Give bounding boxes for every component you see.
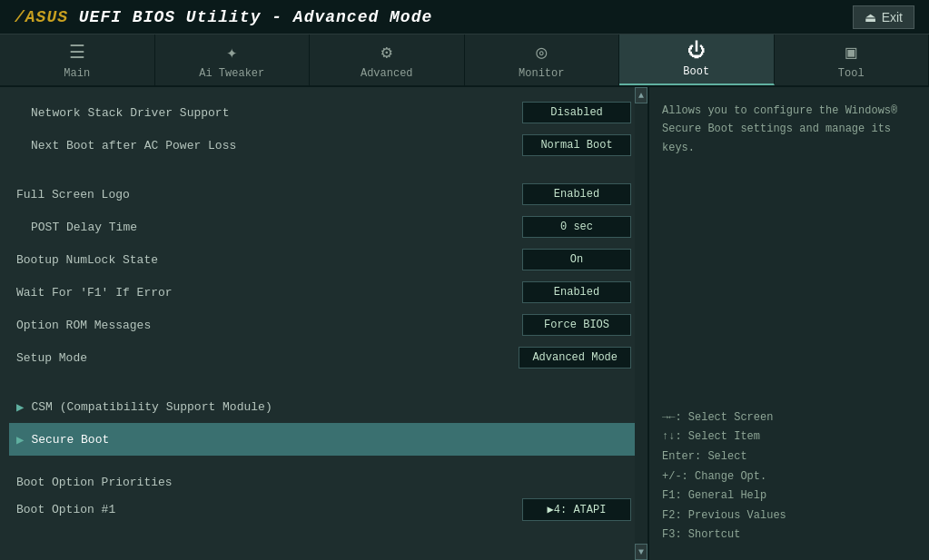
post-delay-label: POST Delay Time [31, 221, 137, 234]
full-screen-logo-label: Full Screen Logo [16, 188, 130, 201]
option-rom-label: Option ROM Messages [16, 319, 151, 332]
header-left: /ASUS UEFI BIOS Utility - Advanced Mode [15, 8, 432, 26]
right-panel: Allows you to configure the Windows® Sec… [647, 87, 929, 560]
nav-tabs: ☰ Main ✦ Ai Tweaker ⚙ Advanced ◎ Monitor… [0, 34, 929, 87]
left-panel: Network Stack Driver Support Disabled Ne… [0, 87, 647, 560]
header: /ASUS UEFI BIOS Utility - Advanced Mode … [0, 0, 929, 34]
monitor-icon: ◎ [536, 41, 547, 64]
divider-2 [9, 374, 638, 390]
content-area: Network Stack Driver Support Disabled Ne… [0, 87, 929, 560]
tool-icon: ▣ [845, 41, 856, 64]
scrollbar-up-button[interactable]: ▲ [635, 87, 647, 103]
tab-monitor[interactable]: ◎ Monitor [465, 34, 620, 85]
setting-row-boot-option1[interactable]: Boot Option #1 ▶4: ATAPI [9, 493, 638, 526]
divider-1 [9, 162, 638, 178]
secure-boot-label: Secure Boot [31, 433, 109, 447]
asus-logo: /ASUS UEFI BIOS Utility - Advanced Mode [15, 8, 432, 26]
settings-list: Network Stack Driver Support Disabled Ne… [0, 96, 647, 526]
setting-row-post-delay[interactable]: POST Delay Time 0 sec [9, 211, 638, 243]
scrollbar-track: ▲ ▼ [635, 87, 647, 560]
tab-advanced[interactable]: ⚙ Advanced [310, 34, 465, 85]
key-hints: →←: Select Screen ↑↓: Select Item Enter:… [662, 408, 916, 545]
secure-boot-arrow-icon: ▶ [16, 432, 24, 447]
setup-mode-label: Setup Mode [16, 351, 87, 365]
csm-submenu[interactable]: ▶ CSM (Compatibility Support Module) [9, 390, 638, 423]
hint-select-screen: →←: Select Screen [662, 408, 916, 428]
setting-row-numlock[interactable]: Bootup NumLock State On [9, 243, 638, 276]
scrollbar-down-button[interactable]: ▼ [635, 544, 647, 560]
main-icon: ☰ [69, 41, 85, 64]
secure-boot-submenu[interactable]: ▶ Secure Boot [9, 423, 638, 456]
ai-tweaker-icon: ✦ [226, 41, 237, 64]
boot-option1-label: Boot Option #1 [16, 503, 115, 516]
hint-f1: F1: General Help [662, 486, 916, 506]
scrollbar-thumb[interactable] [635, 103, 647, 544]
next-boot-value: Normal Boot [522, 134, 631, 156]
boot-icon: ⏻ [687, 40, 706, 62]
setting-row-network-stack[interactable]: Network Stack Driver Support Disabled [9, 96, 638, 129]
boot-option1-value: ▶4: ATAPI [522, 498, 631, 521]
option-rom-value: Force BIOS [522, 314, 631, 336]
tab-advanced-label: Advanced [361, 67, 413, 80]
network-stack-value: Disabled [522, 102, 631, 123]
divider-3 [9, 456, 638, 472]
wait-f1-label: Wait For 'F1' If Error [16, 286, 173, 300]
help-text: Allows you to configure the Windows® Sec… [662, 102, 916, 157]
tab-monitor-label: Monitor [519, 67, 564, 80]
network-stack-label: Network Stack Driver Support [31, 106, 229, 120]
hint-enter: Enter: Select [662, 447, 916, 467]
tab-boot-label: Boot [683, 65, 709, 78]
boot-section-title: Boot Option Priorities [9, 472, 638, 493]
exit-label: Exit [882, 10, 903, 25]
tab-ai-tweaker[interactable]: ✦ Ai Tweaker [155, 34, 311, 85]
setup-mode-value: Advanced Mode [519, 347, 631, 368]
tab-boot[interactable]: ⏻ Boot [619, 34, 775, 85]
exit-button[interactable]: ⏏ Exit [853, 5, 914, 29]
setting-row-setup-mode[interactable]: Setup Mode Advanced Mode [9, 341, 638, 374]
csm-label: CSM (Compatibility Support Module) [31, 400, 272, 414]
wait-f1-value: Enabled [522, 281, 631, 303]
post-delay-value: 0 sec [522, 216, 631, 238]
setting-row-next-boot[interactable]: Next Boot after AC Power Loss Normal Boo… [9, 129, 638, 162]
csm-arrow-icon: ▶ [16, 399, 24, 415]
tab-tool[interactable]: ▣ Tool [775, 34, 930, 85]
tab-tool-label: Tool [838, 67, 865, 80]
advanced-icon: ⚙ [381, 41, 392, 64]
tab-main-label: Main [64, 67, 90, 80]
header-title: UEFI BIOS Utility - Advanced Mode [68, 8, 432, 26]
exit-icon: ⏏ [865, 10, 876, 25]
setting-row-option-rom[interactable]: Option ROM Messages Force BIOS [9, 309, 638, 341]
tab-main[interactable]: ☰ Main [0, 34, 155, 85]
hint-select-item: ↑↓: Select Item [662, 427, 916, 447]
hint-f3: F3: Shortcut [662, 526, 916, 545]
setting-row-full-screen-logo[interactable]: Full Screen Logo Enabled [9, 178, 638, 211]
setting-row-wait-f1[interactable]: Wait For 'F1' If Error Enabled [9, 276, 638, 309]
numlock-label: Bootup NumLock State [16, 253, 158, 267]
next-boot-label: Next Boot after AC Power Loss [31, 139, 236, 152]
numlock-value: On [522, 249, 631, 270]
hint-change: +/-: Change Opt. [662, 467, 916, 487]
full-screen-logo-value: Enabled [522, 183, 631, 205]
hint-f2: F2: Previous Values [662, 506, 916, 526]
tab-ai-tweaker-label: Ai Tweaker [199, 67, 264, 80]
